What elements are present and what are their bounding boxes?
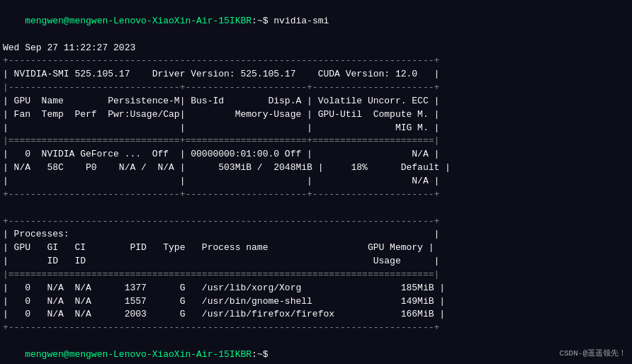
user-host: mengwen@mengwen-Lenovo-XiaoXin-Air-15IKB… [25,16,252,26]
command-text: nvidia-smi [273,16,329,26]
processes-header: | Processes: | [3,228,629,241]
col-header-3: | | | MIG M. | [3,122,629,135]
col-header-2: | Fan Temp Perf Pwr:Usage/Cap| Memory-Us… [3,108,629,122]
col-header-1: | GPU Name Persistence-M| Bus-Id Disp.A … [3,95,629,108]
separator-equal-1: |===============================+=======… [3,135,629,148]
terminal-window: mengwen@mengwen-Lenovo-XiaoXin-Air-15IKB… [0,0,632,364]
gpu-data-row-2: | N/A 58C P0 N/A / N/A | 503MiB / 2048Mi… [3,161,629,175]
date-line: Wed Sep 27 11:22:27 2023 [3,42,629,55]
processes-col-header-2: | ID ID Usage | [3,255,629,268]
gpu-data-row-1: | 0 NVIDIA GeForce ... Off | 00000000:01… [3,148,629,161]
separator-1: +---------------------------------------… [3,55,629,68]
prompt-symbol: :~$ [252,16,273,26]
separator-5: +---------------------------------------… [3,322,629,335]
bottom-user-host: mengwen@mengwen-Lenovo-XiaoXin-Air-15IKB… [25,349,252,360]
separator-4: +---------------------------------------… [3,215,629,229]
gpu-data-row-3: | | | N/A | [3,175,629,188]
process-row-3: | 0 N/A N/A 2003 G /usr/lib/firefox/fire… [3,308,629,322]
smi-version-line: | NVIDIA-SMI 525.105.17 Driver Version: … [3,68,629,81]
bottom-prompt-symbol: :~$ [252,349,268,360]
blank-line [3,202,629,215]
watermark: CSDN-@遥遥领先！ [559,348,626,358]
separator-equal-2: |=======================================… [3,268,629,282]
separator-2: |-------------------------------+-------… [3,81,629,95]
bottom-prompt-line: mengwen@mengwen-Lenovo-XiaoXin-Air-15IKB… [3,335,629,364]
process-row-2: | 0 N/A N/A 1557 G /usr/bin/gnome-shell … [3,295,629,309]
process-row-1: | 0 N/A N/A 1377 G /usr/lib/xorg/Xorg 18… [3,282,629,295]
processes-col-header-1: | GPU GI CI PID Type Process name GPU Me… [3,241,629,255]
prompt-line: mengwen@mengwen-Lenovo-XiaoXin-Air-15IKB… [3,1,629,42]
separator-3: +-------------------------------+-------… [3,188,629,202]
